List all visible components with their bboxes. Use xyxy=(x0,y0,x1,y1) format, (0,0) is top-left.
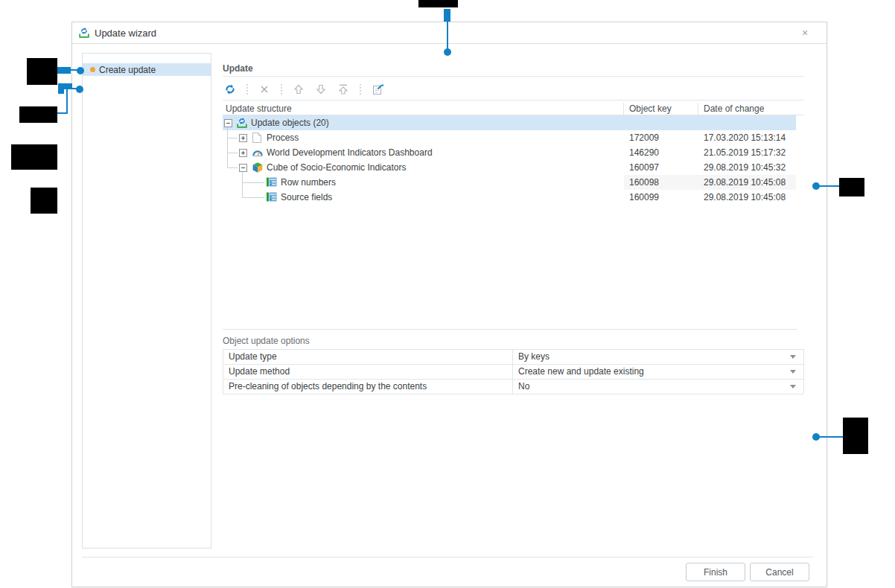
annotation-box xyxy=(11,144,57,170)
object-key-cell: 160098 xyxy=(629,175,659,190)
date-of-change-cell: 29.08.2019 10:45:32 xyxy=(704,160,786,175)
update-objects-icon xyxy=(236,117,248,129)
update-section-title: Update xyxy=(223,63,253,74)
annotation-connector xyxy=(444,9,450,22)
tree-node-label[interactable]: World Development Indicators Dashboard xyxy=(267,145,433,160)
cancel-button[interactable]: Cancel xyxy=(750,563,809,581)
pre-cleaning-select[interactable]: No xyxy=(518,379,529,394)
toolbar-separator xyxy=(281,84,282,95)
annotation-box xyxy=(843,418,868,454)
option-label: Pre-cleaning of objects depending by the… xyxy=(229,379,427,394)
object-key-cell: 172009 xyxy=(629,130,659,145)
screen: Update wizard × Create update Update xyxy=(0,0,895,588)
annotation-connector xyxy=(58,89,64,94)
annotation-dot xyxy=(444,48,451,56)
options-top-divider xyxy=(223,329,797,330)
tree-node-label[interactable]: Update objects (20) xyxy=(251,115,329,130)
refresh-icon[interactable] xyxy=(223,82,238,97)
chevron-down-icon[interactable] xyxy=(790,385,796,389)
toolbar-separator xyxy=(246,84,248,95)
column-divider xyxy=(623,103,624,115)
options-column-divider xyxy=(512,349,513,394)
col-header-object-key[interactable]: Object key xyxy=(629,103,672,114)
tree-connector xyxy=(227,153,238,153)
annotation-box xyxy=(418,0,458,7)
col-header-date-of-change[interactable]: Date of change xyxy=(704,103,764,114)
collapse-expander[interactable] xyxy=(224,119,232,127)
annotation-connector xyxy=(57,67,71,74)
edit-update-icon[interactable] xyxy=(370,82,385,97)
tree-connector xyxy=(227,138,238,138)
update-toolbar xyxy=(223,80,385,98)
object-key-cell: 146290 xyxy=(629,145,659,160)
tree-connector xyxy=(227,127,228,167)
move-top-icon[interactable] xyxy=(336,82,351,97)
close-icon[interactable]: × xyxy=(799,27,811,39)
tree-connector xyxy=(242,171,243,197)
options-border xyxy=(223,349,223,394)
object-key-cell: 160097 xyxy=(629,160,659,175)
toolbar-separator xyxy=(360,84,361,95)
date-of-change-cell: 29.08.2019 10:45:08 xyxy=(704,190,786,205)
tree-node-label[interactable]: Process xyxy=(267,130,299,145)
chevron-down-icon[interactable] xyxy=(790,355,796,359)
cube-icon xyxy=(252,162,264,173)
wizard-steps-panel: Create update xyxy=(82,53,211,549)
sidebar-item-label: Create update xyxy=(99,65,156,75)
table-icon xyxy=(266,191,278,203)
col-header-structure[interactable]: Update structure xyxy=(226,103,292,114)
options-border xyxy=(803,349,804,394)
collapse-expander[interactable] xyxy=(239,164,247,172)
update-wizard-icon xyxy=(78,27,90,39)
expand-expander[interactable] xyxy=(239,149,247,157)
date-of-change-cell: 29.08.2019 10:45:08 xyxy=(704,175,786,190)
column-divider xyxy=(698,103,698,115)
table-icon xyxy=(266,176,278,188)
options-border xyxy=(223,364,803,365)
step-status-dot xyxy=(90,67,95,72)
annotation-box xyxy=(27,58,57,85)
dashboard-icon xyxy=(252,147,264,159)
options-border xyxy=(223,349,803,350)
annotation-connector xyxy=(819,436,843,438)
update-type-select[interactable]: By keys xyxy=(518,349,550,364)
annotation-box xyxy=(839,178,864,196)
update-wizard-dialog: Update wizard × Create update Update xyxy=(71,22,827,587)
tree-connector xyxy=(242,182,264,183)
annotation-connector xyxy=(447,22,448,49)
option-label: Update type xyxy=(229,349,277,364)
tree-node-label[interactable]: Cube of Socio-Economic Indicators xyxy=(267,160,406,175)
document-icon xyxy=(252,132,264,144)
toolbar-divider xyxy=(223,100,803,100)
options-border xyxy=(223,394,803,394)
finish-button[interactable]: Finish xyxy=(686,563,745,581)
section-divider xyxy=(223,76,803,77)
move-down-icon[interactable] xyxy=(313,82,328,97)
tree-connector xyxy=(227,167,238,168)
expand-expander[interactable] xyxy=(239,134,247,142)
options-section-title: Object update options xyxy=(223,336,310,346)
update-method-select[interactable]: Create new and update existing xyxy=(518,364,644,379)
tree-connector xyxy=(242,197,264,198)
dialog-title: Update wizard xyxy=(95,28,156,39)
date-of-change-cell: 21.05.2019 15:17:32 xyxy=(704,145,786,160)
option-label: Update method xyxy=(229,364,290,379)
footer-divider xyxy=(82,557,813,557)
object-key-cell: 160099 xyxy=(629,190,659,205)
annotation-box xyxy=(31,188,57,214)
tree-node-label[interactable]: Row numbers xyxy=(281,175,336,190)
dialog-titlebar: Update wizard × xyxy=(72,22,826,44)
delete-icon[interactable] xyxy=(257,82,272,97)
annotation-dot xyxy=(77,67,84,74)
tree-node-label[interactable]: Source fields xyxy=(281,190,332,205)
move-up-icon[interactable] xyxy=(291,82,306,97)
sidebar-item-create-update[interactable]: Create update xyxy=(83,63,211,76)
date-of-change-cell: 17.03.2020 15:13:14 xyxy=(704,130,786,145)
chevron-down-icon[interactable] xyxy=(790,370,796,374)
annotation-connector xyxy=(66,89,68,114)
annotation-connector xyxy=(58,83,72,89)
annotation-connector xyxy=(819,185,839,187)
annotation-box xyxy=(19,106,57,123)
annotation-dot xyxy=(76,86,83,93)
